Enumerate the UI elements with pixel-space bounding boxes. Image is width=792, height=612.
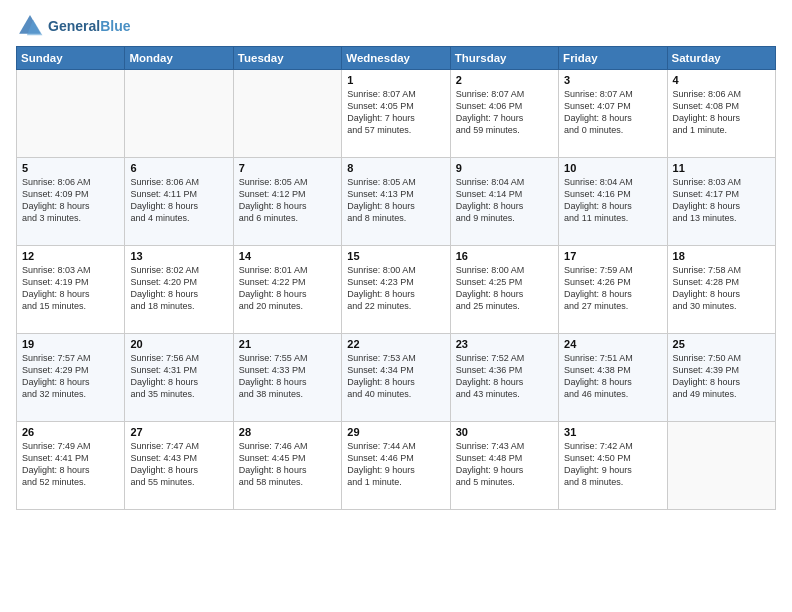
day-cell-26: 26Sunrise: 7:49 AM Sunset: 4:41 PM Dayli… — [17, 422, 125, 510]
day-number: 5 — [22, 162, 119, 174]
day-info: Sunrise: 7:44 AM Sunset: 4:46 PM Dayligh… — [347, 440, 444, 489]
header: GeneralBlue — [16, 12, 776, 40]
day-info: Sunrise: 8:03 AM Sunset: 4:17 PM Dayligh… — [673, 176, 770, 225]
day-info: Sunrise: 7:47 AM Sunset: 4:43 PM Dayligh… — [130, 440, 227, 489]
day-info: Sunrise: 7:51 AM Sunset: 4:38 PM Dayligh… — [564, 352, 661, 401]
day-cell-27: 27Sunrise: 7:47 AM Sunset: 4:43 PM Dayli… — [125, 422, 233, 510]
day-cell-30: 30Sunrise: 7:43 AM Sunset: 4:48 PM Dayli… — [450, 422, 558, 510]
day-number: 14 — [239, 250, 336, 262]
header-row: SundayMondayTuesdayWednesdayThursdayFrid… — [17, 47, 776, 70]
logo-icon — [16, 12, 44, 40]
day-cell-11: 11Sunrise: 8:03 AM Sunset: 4:17 PM Dayli… — [667, 158, 775, 246]
day-number: 8 — [347, 162, 444, 174]
day-number: 15 — [347, 250, 444, 262]
day-number: 19 — [22, 338, 119, 350]
day-number: 1 — [347, 74, 444, 86]
day-info: Sunrise: 8:06 AM Sunset: 4:08 PM Dayligh… — [673, 88, 770, 137]
day-info: Sunrise: 7:50 AM Sunset: 4:39 PM Dayligh… — [673, 352, 770, 401]
day-info: Sunrise: 8:04 AM Sunset: 4:14 PM Dayligh… — [456, 176, 553, 225]
day-number: 25 — [673, 338, 770, 350]
day-info: Sunrise: 7:53 AM Sunset: 4:34 PM Dayligh… — [347, 352, 444, 401]
day-number: 27 — [130, 426, 227, 438]
day-info: Sunrise: 7:49 AM Sunset: 4:41 PM Dayligh… — [22, 440, 119, 489]
day-number: 30 — [456, 426, 553, 438]
day-number: 7 — [239, 162, 336, 174]
day-cell-17: 17Sunrise: 7:59 AM Sunset: 4:26 PM Dayli… — [559, 246, 667, 334]
day-cell-13: 13Sunrise: 8:02 AM Sunset: 4:20 PM Dayli… — [125, 246, 233, 334]
day-number: 22 — [347, 338, 444, 350]
day-info: Sunrise: 8:02 AM Sunset: 4:20 PM Dayligh… — [130, 264, 227, 313]
day-number: 4 — [673, 74, 770, 86]
day-cell-15: 15Sunrise: 8:00 AM Sunset: 4:23 PM Dayli… — [342, 246, 450, 334]
day-number: 17 — [564, 250, 661, 262]
day-cell-3: 3Sunrise: 8:07 AM Sunset: 4:07 PM Daylig… — [559, 70, 667, 158]
day-cell-18: 18Sunrise: 7:58 AM Sunset: 4:28 PM Dayli… — [667, 246, 775, 334]
day-cell-9: 9Sunrise: 8:04 AM Sunset: 4:14 PM Daylig… — [450, 158, 558, 246]
day-cell-28: 28Sunrise: 7:46 AM Sunset: 4:45 PM Dayli… — [233, 422, 341, 510]
day-cell-7: 7Sunrise: 8:05 AM Sunset: 4:12 PM Daylig… — [233, 158, 341, 246]
day-header-saturday: Saturday — [667, 47, 775, 70]
day-cell-16: 16Sunrise: 8:00 AM Sunset: 4:25 PM Dayli… — [450, 246, 558, 334]
day-info: Sunrise: 8:07 AM Sunset: 4:05 PM Dayligh… — [347, 88, 444, 137]
page: GeneralBlue SundayMondayTuesdayWednesday… — [0, 0, 792, 612]
day-info: Sunrise: 7:52 AM Sunset: 4:36 PM Dayligh… — [456, 352, 553, 401]
day-info: Sunrise: 7:56 AM Sunset: 4:31 PM Dayligh… — [130, 352, 227, 401]
day-number: 13 — [130, 250, 227, 262]
day-info: Sunrise: 8:05 AM Sunset: 4:13 PM Dayligh… — [347, 176, 444, 225]
empty-cell — [667, 422, 775, 510]
day-number: 29 — [347, 426, 444, 438]
day-number: 3 — [564, 74, 661, 86]
day-info: Sunrise: 7:55 AM Sunset: 4:33 PM Dayligh… — [239, 352, 336, 401]
day-number: 31 — [564, 426, 661, 438]
day-cell-24: 24Sunrise: 7:51 AM Sunset: 4:38 PM Dayli… — [559, 334, 667, 422]
day-number: 28 — [239, 426, 336, 438]
day-cell-31: 31Sunrise: 7:42 AM Sunset: 4:50 PM Dayli… — [559, 422, 667, 510]
day-cell-20: 20Sunrise: 7:56 AM Sunset: 4:31 PM Dayli… — [125, 334, 233, 422]
day-number: 10 — [564, 162, 661, 174]
day-number: 12 — [22, 250, 119, 262]
day-info: Sunrise: 8:06 AM Sunset: 4:09 PM Dayligh… — [22, 176, 119, 225]
week-row-2: 5Sunrise: 8:06 AM Sunset: 4:09 PM Daylig… — [17, 158, 776, 246]
calendar-table: SundayMondayTuesdayWednesdayThursdayFrid… — [16, 46, 776, 510]
day-info: Sunrise: 7:43 AM Sunset: 4:48 PM Dayligh… — [456, 440, 553, 489]
week-row-1: 1Sunrise: 8:07 AM Sunset: 4:05 PM Daylig… — [17, 70, 776, 158]
day-header-tuesday: Tuesday — [233, 47, 341, 70]
day-number: 18 — [673, 250, 770, 262]
day-cell-23: 23Sunrise: 7:52 AM Sunset: 4:36 PM Dayli… — [450, 334, 558, 422]
day-info: Sunrise: 8:00 AM Sunset: 4:25 PM Dayligh… — [456, 264, 553, 313]
empty-cell — [125, 70, 233, 158]
day-cell-10: 10Sunrise: 8:04 AM Sunset: 4:16 PM Dayli… — [559, 158, 667, 246]
day-cell-29: 29Sunrise: 7:44 AM Sunset: 4:46 PM Dayli… — [342, 422, 450, 510]
day-info: Sunrise: 8:06 AM Sunset: 4:11 PM Dayligh… — [130, 176, 227, 225]
logo-text: GeneralBlue — [48, 18, 130, 34]
day-cell-25: 25Sunrise: 7:50 AM Sunset: 4:39 PM Dayli… — [667, 334, 775, 422]
logo: GeneralBlue — [16, 12, 130, 40]
day-header-thursday: Thursday — [450, 47, 558, 70]
day-info: Sunrise: 7:57 AM Sunset: 4:29 PM Dayligh… — [22, 352, 119, 401]
day-cell-19: 19Sunrise: 7:57 AM Sunset: 4:29 PM Dayli… — [17, 334, 125, 422]
day-cell-6: 6Sunrise: 8:06 AM Sunset: 4:11 PM Daylig… — [125, 158, 233, 246]
day-info: Sunrise: 8:01 AM Sunset: 4:22 PM Dayligh… — [239, 264, 336, 313]
day-info: Sunrise: 8:07 AM Sunset: 4:07 PM Dayligh… — [564, 88, 661, 137]
day-info: Sunrise: 8:03 AM Sunset: 4:19 PM Dayligh… — [22, 264, 119, 313]
day-cell-2: 2Sunrise: 8:07 AM Sunset: 4:06 PM Daylig… — [450, 70, 558, 158]
day-info: Sunrise: 7:46 AM Sunset: 4:45 PM Dayligh… — [239, 440, 336, 489]
week-row-4: 19Sunrise: 7:57 AM Sunset: 4:29 PM Dayli… — [17, 334, 776, 422]
day-info: Sunrise: 8:05 AM Sunset: 4:12 PM Dayligh… — [239, 176, 336, 225]
day-info: Sunrise: 7:42 AM Sunset: 4:50 PM Dayligh… — [564, 440, 661, 489]
day-number: 20 — [130, 338, 227, 350]
week-row-3: 12Sunrise: 8:03 AM Sunset: 4:19 PM Dayli… — [17, 246, 776, 334]
day-number: 6 — [130, 162, 227, 174]
day-header-wednesday: Wednesday — [342, 47, 450, 70]
day-number: 9 — [456, 162, 553, 174]
empty-cell — [17, 70, 125, 158]
day-number: 11 — [673, 162, 770, 174]
day-number: 23 — [456, 338, 553, 350]
day-info: Sunrise: 7:58 AM Sunset: 4:28 PM Dayligh… — [673, 264, 770, 313]
day-cell-1: 1Sunrise: 8:07 AM Sunset: 4:05 PM Daylig… — [342, 70, 450, 158]
day-cell-12: 12Sunrise: 8:03 AM Sunset: 4:19 PM Dayli… — [17, 246, 125, 334]
day-cell-8: 8Sunrise: 8:05 AM Sunset: 4:13 PM Daylig… — [342, 158, 450, 246]
day-cell-21: 21Sunrise: 7:55 AM Sunset: 4:33 PM Dayli… — [233, 334, 341, 422]
day-header-monday: Monday — [125, 47, 233, 70]
day-info: Sunrise: 7:59 AM Sunset: 4:26 PM Dayligh… — [564, 264, 661, 313]
